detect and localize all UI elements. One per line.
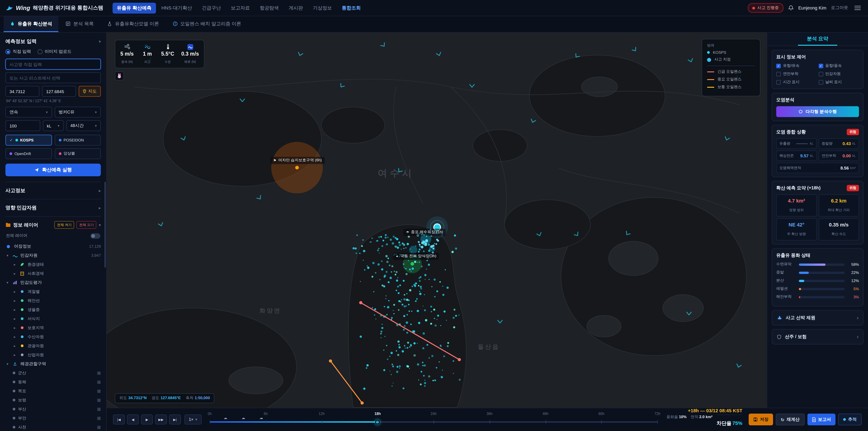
speed-select[interactable]: 1× ▾ xyxy=(184,414,202,425)
run-prediction-button[interactable]: 확산예측 실행 xyxy=(5,164,101,176)
dot-icon xyxy=(20,353,25,356)
tab-0[interactable]: 유출유 확산분석 xyxy=(4,16,59,32)
layer-item-1-child-1[interactable]: ▸사회경제 xyxy=(5,269,101,278)
model-chip-2[interactable]: OpenDrift xyxy=(5,148,52,159)
display-check-3[interactable]: 민감자원 xyxy=(818,71,859,77)
logout-button[interactable]: 로그아웃 xyxy=(831,5,848,11)
spill-type-select[interactable]: 연속▾ xyxy=(5,107,52,118)
nav-item-5[interactable]: 게시판 xyxy=(284,2,307,13)
oil-type-select[interactable]: 벙커C유▾ xyxy=(55,107,101,118)
layer-item-2-child-4[interactable]: ▸보호지역 xyxy=(5,323,101,332)
layer-item-3-child-6[interactable]: 사천▦ xyxy=(5,423,101,431)
recalculate-button[interactable]: ↻ 재계산 xyxy=(776,413,804,425)
master-layer-toggle[interactable] xyxy=(90,233,100,239)
bell-icon[interactable] xyxy=(788,5,794,11)
nav-item-4[interactable]: 항공탐색 xyxy=(255,2,283,13)
layer-item-2-child-3[interactable]: ▸서식지 xyxy=(5,314,101,323)
hamburger-menu-icon[interactable] xyxy=(852,4,863,12)
accordion-incident-info[interactable]: 사고정보▸ xyxy=(5,182,101,199)
layers-all-on-button[interactable]: 전체 켜기 xyxy=(55,221,74,229)
layer-item-2[interactable]: ▾민감도평가 xyxy=(5,278,101,287)
layer-item-1[interactable]: ▾민감자원3,947 xyxy=(5,251,101,260)
nav-item-3[interactable]: 보고자료 xyxy=(226,2,254,13)
layer-item-3-child-5[interactable]: 부안▦ xyxy=(5,413,101,423)
pollution-unit: kL xyxy=(810,154,813,158)
amount-mini-slider[interactable] xyxy=(796,143,808,144)
display-check-0[interactable]: ✓유향/유속 xyxy=(776,63,817,69)
report-button[interactable]: 보고서 xyxy=(807,413,835,425)
layer-item-3[interactable]: ▾⚓해경관할구역 xyxy=(5,359,101,368)
skip-start-button[interactable]: |◀ xyxy=(113,414,125,425)
weathering-list: 수면유막58%증발22%분산12%에멀션5%해안부착3% xyxy=(776,262,859,300)
radio-image-upload[interactable]: 이미지 업로드 xyxy=(37,49,71,55)
nav-item-6[interactable]: 기상정보 xyxy=(308,2,336,13)
user-name[interactable]: Eunjeong Kim xyxy=(798,5,827,10)
display-check-4[interactable]: 시간 표시 xyxy=(776,80,817,85)
mascot-rabbit-icon[interactable] xyxy=(115,71,124,81)
layer-item-3-child-1[interactable]: 동해▦ xyxy=(5,377,101,387)
wing-logo-icon xyxy=(5,5,13,11)
owner-insurance-accordion[interactable]: 선주 / 보험 › xyxy=(772,329,864,344)
timeline-tick xyxy=(490,420,490,424)
alert-label: 사고 진행중 xyxy=(757,5,779,11)
layer-item-2-child-1[interactable]: ▸해안선 xyxy=(5,296,101,305)
layer-item-2-child-0[interactable]: ▸계절별 xyxy=(5,287,101,296)
accordion-sensitive-resources[interactable]: 영향 민감자원▸ xyxy=(5,199,101,216)
nav-item-1[interactable]: HNS·대기확산 xyxy=(157,2,196,13)
latitude-input[interactable] xyxy=(5,86,39,97)
layer-item-3-child-0[interactable]: 군산▦ xyxy=(5,368,101,377)
weathering-bar-track xyxy=(799,280,844,282)
play-button[interactable]: ▶ xyxy=(141,414,153,425)
summary-header[interactable]: 분석 요약 xyxy=(767,33,868,46)
prediction-section-header[interactable]: 예측정보 입력 ▾ xyxy=(5,37,101,49)
incident-list-input[interactable] xyxy=(5,72,101,83)
layer-item-3-child-4[interactable]: 부산▦ xyxy=(5,405,101,413)
incident-name-input[interactable] xyxy=(5,59,101,70)
layer-item-3-child-3[interactable]: 보령▦ xyxy=(5,396,101,405)
polygon-analysis-button[interactable]: 다각형 분석수행 xyxy=(776,106,859,117)
radio-direct-input[interactable]: 직접 입력 xyxy=(5,49,31,55)
weathering-pct: 22% xyxy=(847,270,859,275)
map-canvas[interactable]: 여수시화양면돌산읍 5 m/s풍속 (N)1 m파고5.5°C수온0.3 m/s… xyxy=(107,33,767,407)
layers-all-off-button[interactable]: 전체 끄기 xyxy=(76,221,96,229)
chevron-right-icon: ▸ xyxy=(13,317,17,321)
layer-item-2-child-5[interactable]: ▸수산자원 xyxy=(5,332,101,341)
nav-item-7[interactable]: 통합조회 xyxy=(337,2,365,13)
tab-1[interactable]: 분석 목록 xyxy=(59,16,100,32)
ship-spec-accordion[interactable]: 사고 선박 제원 › xyxy=(772,310,864,326)
tab-2[interactable]: 유출유확산모델 이론 xyxy=(101,16,165,32)
tab-3[interactable]: 오일펜스 배치 알고리즘 이론 xyxy=(166,16,248,32)
layer-child-label: 계절별 xyxy=(28,288,40,295)
timeline-track[interactable]: ☁☁☁ xyxy=(210,421,657,423)
display-check-2[interactable]: 연안부착 xyxy=(776,71,817,77)
model-chip-0[interactable]: ✓KOSPS xyxy=(5,135,52,146)
station-dot-icon xyxy=(13,426,16,429)
layer-item-1-child-0[interactable]: ▸환경생태 xyxy=(5,260,101,269)
incident-status-badge[interactable]: 사고 진행중 xyxy=(748,3,783,13)
layer-item-3-child-2[interactable]: 목포▦ xyxy=(5,387,101,396)
nav-item-2[interactable]: 긴급구난 xyxy=(197,2,225,13)
model-chip-1[interactable]: POSEIDON xyxy=(55,135,101,146)
skip-end-button[interactable]: ▶| xyxy=(169,414,181,425)
layer-item-2-child-2[interactable]: ▸생물종 xyxy=(5,305,101,314)
layer-item-0[interactable]: 어장정보17,129 xyxy=(5,242,101,251)
layer-item-2-child-7[interactable]: ▸산업자원 xyxy=(5,350,101,359)
legend-point-0: KOSPS xyxy=(707,50,755,55)
nav-item-0[interactable]: 유출유 확산예측 xyxy=(112,2,156,13)
duration-select[interactable]: 48시간▾ xyxy=(66,120,101,131)
pick-on-map-button[interactable]: 지도 xyxy=(79,86,101,97)
tracking-button[interactable]: 추적 xyxy=(838,413,862,425)
unit-select[interactable]: kL▾ xyxy=(43,120,64,131)
sidebar-scrollbar[interactable] xyxy=(104,182,106,268)
model-chip-3[interactable]: 앙상블 xyxy=(55,148,101,159)
longitude-input[interactable] xyxy=(42,86,76,97)
step-back-button[interactable]: ◀ xyxy=(127,414,139,425)
save-button[interactable]: 저장 xyxy=(749,413,773,425)
fast-forward-button[interactable]: ▶▶ xyxy=(155,414,167,425)
display-check-5[interactable]: 날씨 표시 xyxy=(818,80,859,85)
amount-input[interactable] xyxy=(5,120,40,131)
check-label: 날씨 표시 xyxy=(825,80,842,85)
display-check-1[interactable]: ✓풍향/풍속 xyxy=(818,63,859,69)
layer-item-2-child-6[interactable]: ▸관광자원 xyxy=(5,341,101,350)
poi-icon: ⚑ xyxy=(273,158,276,162)
